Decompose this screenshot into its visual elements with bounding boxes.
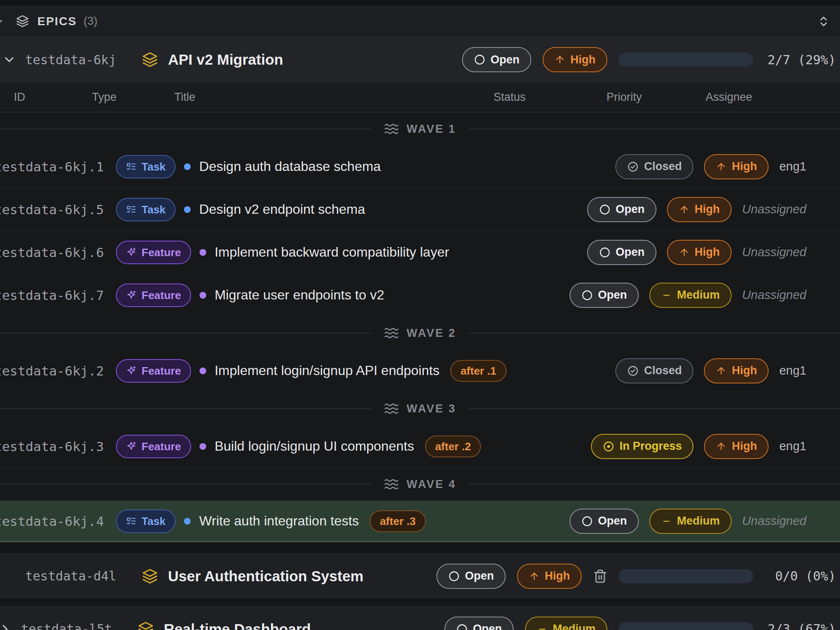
status-badge: Open (587, 197, 656, 222)
arrow-up-icon (529, 571, 540, 582)
sparkles-icon (126, 365, 136, 376)
assignee: Unassigned (742, 514, 806, 528)
wave-label: WAVE 1 (407, 123, 456, 136)
priority-badge: High (704, 434, 769, 459)
epic-row[interactable]: testdata-d4l User Authentication System … (0, 553, 840, 598)
epic-layers-icon (138, 621, 154, 630)
status-badge: Open (444, 617, 514, 630)
progress-count: 2/3 (67%) (764, 622, 836, 630)
assignee: eng1 (779, 439, 806, 453)
waves-icon (384, 326, 399, 341)
priority-badge: High (517, 564, 582, 589)
arrow-up-icon (679, 247, 690, 258)
epic-layers-icon (142, 52, 158, 68)
epic-row[interactable]: testdata-l5t Real-time Dashboard Open Me… (0, 606, 840, 630)
circle-icon (448, 570, 460, 582)
status-label: Open (598, 515, 627, 527)
separator-line (469, 484, 840, 485)
bullet-dot (200, 249, 206, 256)
arrow-up-icon (716, 161, 727, 172)
task-row-selected[interactable]: testdata-6kj.4 Task Write auth integrati… (0, 501, 840, 542)
wave-separator: WAVE 2 (0, 317, 840, 349)
task-id: testdata-6kj.4 (0, 514, 116, 529)
task-id: testdata-6kj.7 (0, 288, 116, 303)
task-row[interactable]: testdata-6kj.6 Feature Implement backwar… (0, 231, 840, 274)
priority-badge: Medium (649, 509, 732, 534)
sparkles-icon (126, 441, 136, 452)
column-header-id: ID (14, 91, 25, 104)
status-badge: Closed (615, 358, 693, 383)
task-row[interactable]: testdata-6kj.3 Feature Build login/signu… (0, 425, 840, 468)
task-row[interactable]: testdata-6kj.1 Task Design auth database… (0, 145, 840, 188)
sparkles-icon (126, 290, 136, 300)
assignee: eng1 (779, 364, 806, 378)
task-title: Migrate user endpoints to v2 (215, 287, 384, 303)
priority-label: High (732, 161, 757, 172)
type-badge: Task (116, 155, 176, 178)
arrow-up-icon (679, 204, 690, 215)
waves-icon (384, 477, 399, 492)
chevrons-up-down-icon[interactable] (817, 15, 830, 28)
status-label: Closed (644, 161, 682, 172)
type-badge: Feature (116, 435, 191, 458)
priority-badge: High (667, 197, 732, 222)
collapse-chevron-icon[interactable] (0, 15, 5, 31)
dependency-label: after .2 (435, 441, 471, 452)
arrow-up-icon (716, 365, 727, 376)
circle-dot-icon (603, 441, 614, 452)
type-label: Task (142, 161, 165, 172)
wave-label: WAVE 4 (407, 478, 456, 491)
section-gap (0, 542, 840, 553)
separator-line (469, 408, 840, 409)
priority-label: High (570, 54, 596, 66)
separator-line (469, 129, 840, 129)
bullet-dot (184, 518, 191, 525)
task-row[interactable]: testdata-6kj.7 Feature Migrate user endp… (0, 274, 840, 317)
task-title: Design auth database schema (199, 159, 381, 174)
task-title: Design v2 endpoint schema (199, 202, 365, 217)
top-strip (0, 0, 840, 6)
circle-icon (599, 204, 611, 215)
epic-id: testdata-d4l (25, 569, 123, 583)
priority-badge: High (667, 240, 732, 265)
progress-bar (619, 569, 753, 583)
status-label: In Progress (620, 441, 682, 452)
bullet-dot (184, 206, 191, 213)
priority-label: High (695, 247, 720, 258)
layers-icon (16, 15, 29, 28)
status-badge: Open (436, 564, 506, 589)
type-badge: Task (116, 198, 176, 221)
separator-line (0, 484, 371, 485)
progress-count: 2/7 (29%) (764, 52, 836, 67)
status-label: Open (616, 204, 645, 215)
chevron-right-icon[interactable] (0, 622, 13, 630)
assignee: Unassigned (742, 288, 806, 302)
status-label: Open (598, 289, 627, 301)
progress-count: 0/0 (0%) (764, 569, 836, 583)
priority-label: High (695, 204, 720, 215)
priority-badge: Medium (525, 617, 607, 630)
dependency-label: after .3 (380, 516, 415, 527)
circle-icon (474, 54, 486, 66)
task-id: testdata-6kj.1 (0, 159, 116, 174)
sparkles-icon (126, 247, 136, 257)
status-badge: Open (570, 509, 639, 534)
epics-count: (3) (84, 15, 97, 28)
minus-icon (661, 290, 672, 301)
wave-separator: WAVE 1 (0, 113, 840, 145)
chevron-down-icon[interactable] (1, 52, 18, 67)
priority-label: High (732, 441, 757, 452)
column-header-assignee: Assignee (706, 91, 752, 104)
separator-line (469, 333, 840, 333)
type-label: Feature (142, 365, 181, 376)
assignee: Unassigned (742, 202, 806, 216)
delete-epic-button[interactable] (593, 569, 607, 583)
epic-id: testdata-6kj (25, 52, 123, 67)
priority-badge: Medium (649, 283, 732, 308)
task-row[interactable]: testdata-6kj.2 Feature Implement login/s… (0, 349, 840, 392)
task-row[interactable]: testdata-6kj.5 Task Design v2 endpoint s… (0, 188, 840, 231)
epic-row[interactable]: testdata-6kj API v2 Migration Open High … (0, 37, 840, 82)
circle-icon (599, 247, 611, 258)
bullet-dot (200, 292, 206, 299)
task-id: testdata-6kj.3 (0, 439, 116, 454)
